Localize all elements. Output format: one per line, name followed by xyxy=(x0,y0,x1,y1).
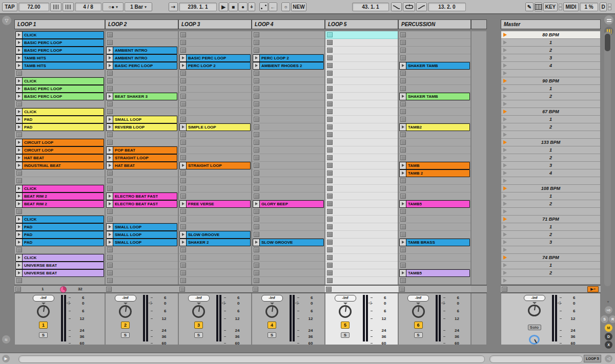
solo-button[interactable]: S xyxy=(121,332,130,338)
clip-play-icon[interactable] xyxy=(16,85,23,92)
clip-stop-button[interactable] xyxy=(400,255,406,260)
clip-stop-button[interactable] xyxy=(254,86,259,91)
clip-slot[interactable]: PERC LOOP 2 xyxy=(179,62,251,70)
clip-stop-button[interactable] xyxy=(327,170,333,176)
scene-slot[interactable]: 133 BPM xyxy=(501,139,600,146)
track-header[interactable]: LOOP 5 xyxy=(325,19,398,29)
clip-stop-button[interactable] xyxy=(254,163,259,168)
clip-stop-button[interactable] xyxy=(254,263,259,268)
clip[interactable]: TAMB HITS xyxy=(15,62,104,70)
phase-nudge-down-button[interactable] xyxy=(50,3,61,11)
clip-play-icon[interactable] xyxy=(16,185,23,192)
track-stop-button[interactable] xyxy=(326,287,332,292)
scene-slot[interactable]: 2 xyxy=(501,154,600,162)
clip-slot[interactable] xyxy=(399,77,470,85)
clip[interactable]: CLICK xyxy=(15,254,104,262)
clip-stop-button[interactable] xyxy=(254,109,259,114)
clip-play-icon[interactable] xyxy=(16,109,23,115)
arrangement-position-display[interactable]: 239. 1. 1 xyxy=(179,3,217,11)
clip[interactable]: CLICK xyxy=(15,216,104,223)
clip-slot[interactable]: SMALL LOOP xyxy=(106,231,178,239)
clip-slot[interactable]: TAMB xyxy=(399,162,470,169)
scene-slot[interactable]: 1 xyxy=(501,146,600,154)
clip-slot[interactable] xyxy=(325,70,398,77)
clip-stop-button[interactable] xyxy=(180,278,186,283)
clip-slot[interactable] xyxy=(325,93,398,100)
clip-stop-button[interactable] xyxy=(327,232,333,237)
clip-slot[interactable] xyxy=(252,85,324,93)
clip[interactable]: BEAT RIM 2 xyxy=(15,192,104,200)
detail-view-hide-button[interactable]: ◁ xyxy=(605,355,612,362)
clip-stop-button[interactable] xyxy=(180,270,186,275)
scene-slot[interactable]: 2 xyxy=(501,123,600,131)
clip-slot[interactable] xyxy=(15,169,105,177)
clip-stop-button[interactable] xyxy=(400,263,406,268)
clip-slot[interactable] xyxy=(399,39,470,47)
clip-stop-button[interactable] xyxy=(327,78,333,83)
overdub-button[interactable]: + xyxy=(248,3,255,11)
clip-stop-button[interactable] xyxy=(400,101,406,106)
scene-slot[interactable]: 2 xyxy=(501,93,600,100)
clip-play-icon[interactable] xyxy=(107,201,113,207)
clip-stop-button[interactable] xyxy=(107,78,113,83)
clip-slot[interactable]: FREE VERSE xyxy=(179,200,251,208)
clip-stop-button[interactable] xyxy=(180,224,186,229)
clip-slot[interactable] xyxy=(179,100,251,108)
clip-slot[interactable] xyxy=(252,169,324,177)
clip[interactable]: AMBIENT INTRO xyxy=(106,47,177,54)
scene-slot[interactable] xyxy=(501,131,600,139)
clip-slot[interactable] xyxy=(325,116,398,123)
solo-button[interactable]: S xyxy=(414,332,423,338)
clip-slot[interactable] xyxy=(179,31,251,39)
clip[interactable]: ELECTRO BEAT FAST xyxy=(106,200,177,208)
clip-slot[interactable]: BASIC PERC LOOP xyxy=(15,47,105,54)
clip-stop-button[interactable] xyxy=(254,209,259,214)
clip-slot[interactable] xyxy=(179,39,251,47)
clip-play-icon[interactable] xyxy=(180,201,187,207)
clip-slot[interactable]: REVERB LOOP xyxy=(106,123,178,131)
clip-slot[interactable]: BEAT SHAKER 3 xyxy=(106,93,178,100)
clip-play-icon[interactable] xyxy=(16,262,23,269)
clip-slot[interactable] xyxy=(179,93,251,100)
clip-stop-button[interactable] xyxy=(107,263,113,268)
clip-stop-button[interactable] xyxy=(254,186,259,191)
clip-slot[interactable] xyxy=(399,146,470,154)
tempo-display[interactable]: 72.00 xyxy=(18,3,49,11)
clip-slot[interactable] xyxy=(179,216,251,223)
pan-knob[interactable] xyxy=(339,305,352,318)
clip[interactable]: CIRCUIT LOOP xyxy=(15,139,104,146)
clip-slot[interactable] xyxy=(399,70,470,77)
clip-play-icon[interactable] xyxy=(16,147,23,154)
clip-stop-button[interactable] xyxy=(107,247,113,252)
clip-play-icon[interactable] xyxy=(107,239,113,246)
clip-slot[interactable] xyxy=(106,262,178,269)
clip-stop-button[interactable] xyxy=(327,132,333,137)
scene-slot[interactable]: 4 xyxy=(501,62,600,70)
clip-slot[interactable]: TAMB HITS xyxy=(15,54,105,62)
clip-slot[interactable] xyxy=(106,100,178,108)
clip-stop-button[interactable] xyxy=(400,209,406,214)
clip-stop-button[interactable] xyxy=(327,109,333,114)
clip-stop-button[interactable] xyxy=(16,178,22,183)
clip[interactable]: PERC LOOP 2 xyxy=(179,62,251,70)
follow-button[interactable]: ⇢ xyxy=(169,3,178,11)
scene-slot[interactable]: 71 BPM xyxy=(501,216,600,223)
clip-stop-button[interactable] xyxy=(400,55,406,60)
clip-slot[interactable] xyxy=(399,47,470,54)
scene-slot[interactable] xyxy=(501,208,600,216)
clip-slot[interactable]: BASIC PERC LOOP xyxy=(15,85,105,93)
clip-slot[interactable] xyxy=(325,177,398,185)
clip-slot[interactable] xyxy=(325,39,398,47)
clip[interactable]: UNIVERSE BEAT xyxy=(15,262,104,269)
phase-nudge-up-button[interactable] xyxy=(63,3,74,11)
scene-slot[interactable]: 1 xyxy=(501,223,600,231)
clip[interactable]: INDUSTRIAL BEAT xyxy=(15,162,104,169)
punch-in-button[interactable] xyxy=(391,3,402,11)
clip-slot[interactable] xyxy=(179,208,251,216)
clip-slot[interactable]: PAD xyxy=(15,116,105,123)
clip-play-icon[interactable] xyxy=(16,47,23,54)
clip[interactable]: FREE VERSE xyxy=(179,200,251,208)
clip-slot[interactable] xyxy=(252,123,324,131)
clip-slot[interactable] xyxy=(15,131,105,139)
clip-slot[interactable] xyxy=(325,200,398,208)
